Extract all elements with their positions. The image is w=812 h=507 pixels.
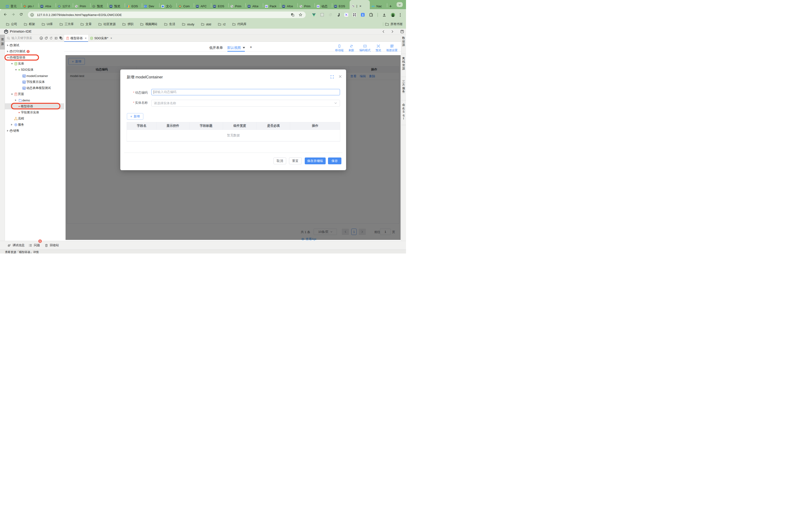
caret-icon[interactable] bbox=[11, 124, 12, 125]
close-icon[interactable] bbox=[338, 75, 342, 78]
caret-icon[interactable] bbox=[11, 94, 13, 95]
browser-tab[interactable]: 预览 bbox=[108, 0, 125, 9]
fullscreen-icon[interactable] bbox=[331, 75, 334, 78]
tree-node-测试[interactable]: 测试 bbox=[5, 42, 64, 48]
bookmark-folder[interactable]: 社区资源 bbox=[98, 22, 116, 26]
viewtool-eye-scan[interactable]: 预览 bbox=[376, 44, 381, 52]
tree-node-实体[interactable]: 实体 bbox=[5, 61, 64, 67]
extensions-puzzle-icon[interactable] bbox=[369, 13, 373, 17]
tab-close-icon[interactable]: × bbox=[359, 4, 361, 8]
bookmark-folder[interactable]: ddd bbox=[201, 22, 211, 26]
browser-tab-active[interactable]: |× bbox=[350, 0, 370, 9]
tree-node-模型容器[interactable]: 模型容器 bbox=[5, 54, 64, 61]
downloads-icon[interactable] bbox=[382, 13, 386, 17]
save-icon[interactable] bbox=[400, 30, 404, 34]
rail-section-数据源[interactable]: 数据源 bbox=[401, 35, 406, 54]
browser-tab[interactable]: Afce bbox=[246, 0, 263, 9]
qr-extension-icon[interactable] bbox=[353, 13, 356, 17]
nav-forward-icon[interactable] bbox=[391, 30, 394, 33]
rail-tab-resources[interactable]: 资源 bbox=[0, 35, 5, 50]
browser-tab[interactable]: Com bbox=[177, 0, 194, 9]
caret-icon[interactable] bbox=[7, 44, 8, 46]
viewtool-code[interactable]: 编码模式 bbox=[359, 44, 370, 52]
browser-tab[interactable]: 动态 bbox=[315, 0, 332, 9]
search-input[interactable]: 输入关键字搜索 bbox=[11, 36, 40, 40]
j-extension-icon[interactable] bbox=[337, 13, 340, 17]
save-continue-button[interactable]: 保存并继续 bbox=[305, 158, 326, 164]
browser-tab[interactable]: Afce bbox=[281, 0, 298, 9]
tree-node-流程[interactable]: 流程 bbox=[5, 115, 64, 122]
browser-tab[interactable]: pts / bbox=[21, 0, 39, 9]
reload-icon[interactable] bbox=[19, 12, 23, 16]
browser-tab[interactable]: Dev bbox=[142, 0, 159, 9]
editor-tab[interactable]: SDO实体*× bbox=[88, 35, 111, 42]
reset-button[interactable]: 重置 bbox=[289, 158, 302, 164]
browser-tab[interactable]: Nac bbox=[370, 0, 387, 9]
nav-back-icon[interactable] bbox=[382, 30, 385, 33]
bookmark-folder[interactable]: 生活 bbox=[164, 22, 175, 26]
bookmark-folder[interactable]: 三方库 bbox=[59, 22, 74, 26]
browser-tab[interactable]: 127.0 bbox=[56, 0, 73, 9]
tree-node-页面[interactable]: 页面 bbox=[5, 91, 64, 97]
bookmark-folder[interactable]: 视频网站 bbox=[140, 22, 157, 26]
viewtool-mobile[interactable]: 移动端 bbox=[335, 44, 344, 52]
tree-node-字段展示实体[interactable]: 字段展示实体 bbox=[5, 109, 64, 115]
browser-tab[interactable]: Prim bbox=[73, 0, 91, 9]
bookmark-folder[interactable]: 框架 bbox=[24, 22, 35, 26]
caret-icon[interactable] bbox=[7, 57, 9, 58]
address-bar[interactable]: 127.0.0.1:28079/ide/index.html?appName=E… bbox=[28, 11, 306, 18]
forward-icon[interactable] bbox=[11, 12, 15, 16]
tab-search-chevron-icon[interactable] bbox=[397, 2, 403, 7]
bottom-tool-debug[interactable]: 调试信息 bbox=[7, 243, 25, 247]
bookmark-folder[interactable]: UI库 bbox=[42, 22, 53, 26]
caret-icon[interactable] bbox=[11, 63, 13, 64]
new-tab-button[interactable]: + bbox=[389, 0, 394, 9]
browser-tab[interactable]: EOS bbox=[125, 0, 142, 9]
browser-tab[interactable]: Prim bbox=[298, 0, 315, 9]
profile-avatar[interactable] bbox=[391, 13, 395, 17]
view-tab-default[interactable]: 默认视图 bbox=[227, 46, 245, 50]
bottom-tool-trash[interactable]: 回收站 bbox=[45, 243, 59, 247]
bookmark-folder[interactable]: r2 bbox=[218, 22, 226, 26]
tree-node-打印测试[interactable]: 打印测试! bbox=[5, 48, 64, 54]
caret-icon[interactable] bbox=[7, 50, 8, 52]
refresh-icon[interactable] bbox=[49, 36, 53, 40]
bookmark-folder[interactable]: 代码库 bbox=[232, 22, 247, 26]
editor-tab[interactable]: 模型容器× bbox=[64, 35, 88, 42]
add-view-button[interactable]: + bbox=[250, 45, 252, 50]
browser-tab[interactable]: 预览 bbox=[91, 0, 108, 9]
x-extension-icon[interactable] bbox=[345, 13, 348, 17]
tree-node-SDO实体[interactable]: SDO实体 bbox=[5, 67, 64, 73]
vue-extension-icon[interactable] bbox=[312, 13, 316, 17]
tree-node-服务[interactable]: 服务 bbox=[5, 122, 64, 128]
cancel-button[interactable]: 取消 bbox=[273, 158, 286, 164]
modal-add-button[interactable]: +新增 bbox=[127, 113, 143, 120]
translate-icon[interactable]: En文 bbox=[59, 36, 63, 40]
browser-tab[interactable]: EOS bbox=[211, 0, 229, 9]
browser-tab[interactable]: Pack bbox=[263, 0, 281, 9]
translate-page-icon[interactable]: G文 bbox=[291, 13, 294, 17]
bookmark-folder[interactable]: study bbox=[182, 22, 194, 26]
all-bookmarks[interactable]: 所有书签 bbox=[385, 22, 403, 26]
orbit-extension-icon[interactable] bbox=[328, 13, 332, 17]
browser-menu-kebab-icon[interactable] bbox=[400, 13, 401, 17]
tree-node-modelContainer[interactable]: modelContainer bbox=[5, 73, 64, 79]
bookmark-folder[interactable]: 公司 bbox=[6, 22, 17, 26]
viewtool-grid[interactable]: 视图设置 bbox=[386, 44, 398, 52]
site-info-icon[interactable] bbox=[30, 12, 35, 17]
tree-node-模型容器[interactable]: 模型容器 bbox=[5, 103, 64, 109]
entity-name-select[interactable]: 请选择实体名称 bbox=[151, 100, 340, 107]
browser-tab[interactable]: 普元 bbox=[4, 0, 21, 9]
bookmark-star-icon[interactable] bbox=[299, 13, 302, 17]
viewtool-refresh-blue[interactable]: 刷新 bbox=[349, 44, 354, 52]
ai-icon[interactable]: AI bbox=[40, 36, 43, 40]
bookmark-folder[interactable]: 文章 bbox=[80, 22, 92, 26]
rail-section-三方服务[interactable]: 三方服务 bbox=[401, 77, 406, 101]
browser-tab[interactable]: Prim bbox=[229, 0, 246, 9]
tree-node-字段展示实体[interactable]: 字段展示实体 bbox=[5, 79, 64, 85]
caret-icon[interactable] bbox=[15, 69, 17, 71]
browser-tab[interactable]: AFC bbox=[194, 0, 211, 9]
caret-icon[interactable] bbox=[15, 99, 16, 101]
browser-tab[interactable]: Afce bbox=[39, 0, 56, 9]
new-resource-icon[interactable] bbox=[44, 36, 48, 40]
